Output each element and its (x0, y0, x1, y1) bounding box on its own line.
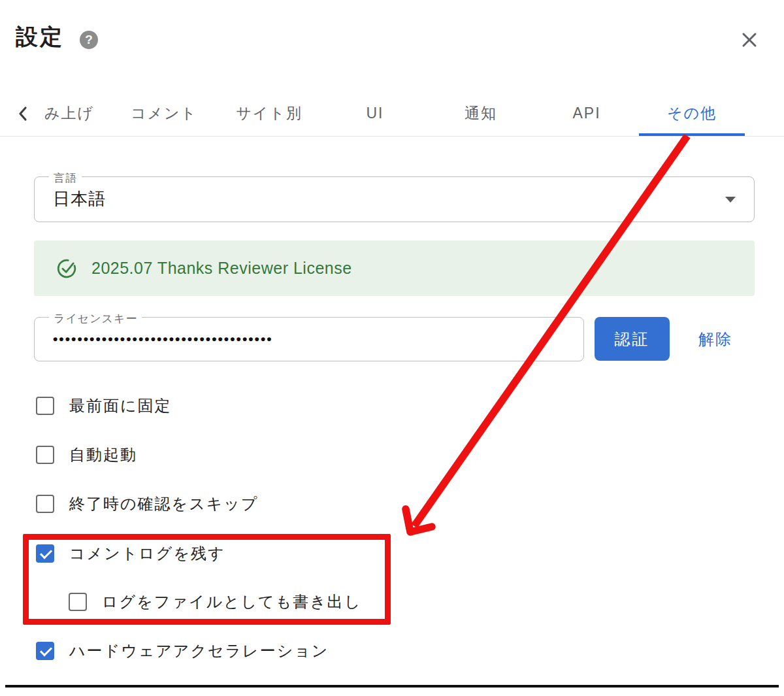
deactivate-link[interactable]: 解除 (698, 329, 732, 350)
checkbox-skip-exit-confirm[interactable] (36, 495, 54, 513)
settings-dialog: 設定 ? み上げ コメント サイト別 UI 通知 API その他 言語 日本語 (0, 0, 784, 696)
page-title: 設定 (16, 22, 64, 52)
checkbox-label: 終了時の確認をスキップ (69, 493, 258, 514)
close-button[interactable] (736, 26, 763, 54)
checkbox-hardware-acceleration[interactable] (36, 642, 54, 660)
language-select-value: 日本語 (53, 177, 106, 221)
authenticate-button[interactable]: 認証 (595, 317, 670, 361)
license-key-field[interactable]: ライセンスキー ••••••••••••••••••••••••••••••••… (34, 317, 584, 361)
checkbox-row-hardware-acceleration: ハードウェアアクセラレーション (36, 641, 329, 661)
checkbox-row-keep-comment-log: コメントログを残す (36, 544, 225, 563)
language-select[interactable]: 言語 日本語 (34, 176, 755, 222)
checkbox-label: ログをファイルとしても書き出し (102, 591, 361, 612)
close-icon (740, 30, 759, 50)
checkbox-label: 最前面に固定 (69, 395, 172, 416)
bottom-divider (5, 685, 779, 688)
checkbox-row-skip-exit-confirm: 終了時の確認をスキップ (36, 494, 258, 514)
license-key-masked-value: •••••••••••••••••••••••••••••••••••• (53, 318, 273, 361)
tab-yomiage[interactable]: み上げ (38, 91, 101, 135)
checkbox-always-on-top[interactable] (36, 397, 54, 415)
tab-site[interactable]: サイト別 (229, 91, 309, 135)
check-circle-icon (56, 258, 77, 279)
tabs-scroll-left-button[interactable] (12, 101, 34, 127)
help-icon[interactable]: ? (80, 31, 98, 49)
tab-sonota-active[interactable]: その他 (661, 91, 723, 135)
checkbox-label: ハードウェアアクセラレーション (69, 640, 329, 661)
tab-comment[interactable]: コメント (124, 91, 204, 135)
tab-notification[interactable]: 通知 (458, 91, 504, 135)
tab-bar: み上げ コメント サイト別 UI 通知 API その他 (0, 91, 784, 137)
license-status-banner: 2025.07 Thanks Reviewer License (34, 240, 755, 296)
tab-api[interactable]: API (566, 91, 607, 135)
checkbox-keep-comment-log[interactable] (36, 544, 54, 563)
tab-ui[interactable]: UI (360, 91, 391, 135)
dropdown-caret-icon (725, 197, 736, 203)
chevron-left-icon (16, 105, 30, 122)
checkbox-auto-start[interactable] (36, 446, 54, 464)
checkbox-row-write-log-to-file: ログをファイルとしても書き出し (69, 592, 361, 612)
checkbox-row-auto-start: 自動起動 (36, 445, 137, 465)
checkbox-row-always-on-top: 最前面に固定 (36, 396, 172, 416)
checkbox-label: コメントログを残す (69, 543, 225, 564)
checkbox-write-log-to-file[interactable] (69, 593, 87, 611)
active-tab-indicator (639, 133, 745, 136)
license-status-text: 2025.07 Thanks Reviewer License (91, 259, 352, 278)
checkbox-label: 自動起動 (69, 444, 137, 465)
